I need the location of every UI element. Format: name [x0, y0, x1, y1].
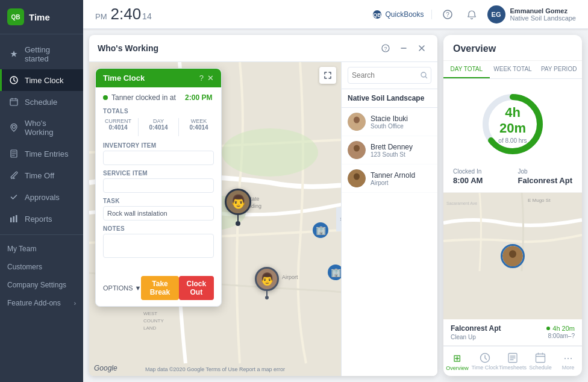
nav-item-schedule[interactable]: Schedule [527, 350, 554, 374]
sidebar-item-time-clock[interactable]: Time Clock [0, 69, 83, 91]
minimize-action[interactable] [396, 41, 411, 55]
sidebar-item-label: Who's Working [25, 119, 76, 137]
timeclock-nav-label: Time Clock [472, 365, 499, 371]
schedule-nav-label: Schedule [529, 365, 552, 371]
minimize-icon [399, 44, 408, 52]
nav-item-overview[interactable]: ⊞ Overview [443, 350, 471, 374]
svg-point-32 [421, 72, 426, 77]
stacie-avatar-img [348, 113, 366, 131]
sidebar-item-getting-started[interactable]: Getting started [0, 39, 83, 69]
sidebar-item-reports[interactable]: Reports [0, 208, 83, 230]
sidebar-item-whos-working[interactable]: Who's Working [0, 113, 83, 143]
overview-nav-label: Overview [446, 365, 469, 371]
employees-search-input[interactable] [348, 67, 431, 84]
question-icon: ? [381, 44, 390, 52]
employee-item-tanner[interactable]: Tanner Arnold Airport [342, 164, 437, 193]
sidebar-item-time-entries[interactable]: Time Entries [0, 143, 83, 164]
chart-text: 4h 20m of 8.00 hrs [496, 105, 530, 144]
tab-day-total[interactable]: DAY TOTAL [443, 61, 490, 78]
reports-icon [9, 214, 19, 224]
svg-point-48 [509, 250, 516, 258]
quickbooks-link[interactable]: QB QuickBooks [372, 10, 432, 19]
take-break-button[interactable]: Take Break [141, 276, 178, 300]
bell-icon [467, 10, 477, 19]
tab-week-total[interactable]: WEEK TOTAL [490, 61, 536, 78]
sidebar-item-schedule[interactable]: Schedule [0, 91, 83, 113]
task-label: TASK [103, 198, 214, 204]
sidebar-item-customers[interactable]: Customers [0, 258, 83, 276]
notifications-button[interactable] [463, 6, 480, 23]
feature-addons-label: Feature Add-ons [7, 299, 61, 307]
svg-rect-6 [10, 218, 12, 222]
person-pin-tanner[interactable]: 👨 [225, 189, 251, 226]
options-button[interactable]: OPTIONS ▼ [103, 284, 141, 292]
notes-field: NOTES [103, 225, 214, 260]
svg-point-40 [354, 174, 360, 180]
help-button[interactable]: ? [439, 6, 456, 23]
map-pin-2[interactable]: 🏢 [312, 222, 329, 241]
map-pin-3[interactable]: 🏢 [327, 264, 341, 283]
service-input[interactable] [103, 178, 214, 193]
app-logo-icon: QB [7, 8, 24, 25]
tab-pay-period[interactable]: PAY PERIOD [536, 61, 582, 78]
status-dot [103, 95, 108, 100]
employee-item-stacie[interactable]: Stacie Ibuki South Office [342, 108, 437, 136]
timeclock-totals-label: TOTALS [103, 108, 214, 114]
close-action[interactable] [414, 41, 429, 55]
topbar-right: QB QuickBooks ? EG Emmanuel Gomez Native… [372, 5, 577, 23]
expand-map-button[interactable] [319, 67, 336, 84]
service-field: SERVICE ITEM [103, 170, 214, 193]
clock-out-button[interactable]: Clock Out [179, 276, 214, 300]
sidebar-item-approvals[interactable]: Approvals [0, 186, 83, 208]
employee-info-brett: Brett Denney 123 South St [371, 143, 431, 158]
timeclock-status-time: 2:00 PM [185, 93, 212, 102]
help-action[interactable]: ? [378, 41, 393, 55]
sidebar-item-my-team[interactable]: My Team [0, 240, 83, 258]
svg-text:Sacarament Ave: Sacarament Ave [446, 201, 477, 205]
task-field: TASK Rock wall instalation [103, 198, 214, 221]
week-label: WEEK [184, 118, 214, 124]
sidebar-item-company-settings[interactable]: Company Settings [0, 276, 83, 294]
chart-circle: 4h 20m of 8.00 hrs [480, 91, 546, 157]
nav-item-more[interactable]: ··· More [554, 350, 582, 374]
nav-item-timesheets[interactable]: Timesheets [499, 350, 527, 374]
nav-item-timeclock[interactable]: Time Clock [471, 350, 499, 374]
map-view: Hills ridge Ohio State tiol Building Air… [89, 62, 341, 376]
current-time: PM 2:40 14 [95, 5, 152, 23]
timeclock-day: DAY 0:4014 [143, 118, 174, 136]
svg-text:E Mugo St: E Mugo St [528, 198, 551, 203]
chevron-right-icon: › [74, 300, 76, 307]
time-seconds: 14 [142, 11, 152, 21]
overview-person-face [502, 246, 523, 266]
location-hours: 8:00am–? [548, 333, 575, 340]
current-label: CURRENT [103, 118, 133, 124]
more-nav-icon: ··· [564, 352, 573, 363]
sidebar-item-time-off[interactable]: Time Off [0, 164, 83, 186]
user-menu[interactable]: EG Emmanuel Gomez Native Soil Landscape [487, 5, 576, 23]
timeclock-close-button[interactable]: ✕ [207, 74, 214, 83]
employee-avatar-brett [348, 141, 366, 159]
timeclock-body: Tanner clocked in at 2:00 PM TOTALS CURR… [96, 87, 221, 271]
notes-input[interactable] [103, 234, 214, 258]
plane-icon [9, 171, 19, 180]
sidebar-item-feature-add-ons[interactable]: Feature Add-ons › [0, 294, 83, 312]
employee-item-brett[interactable]: Brett Denney 123 South St [342, 136, 437, 164]
svg-point-49 [507, 258, 519, 268]
sidebar-item-label: Reports [25, 214, 52, 224]
employee-name-stacie: Stacie Ibuki [371, 114, 431, 123]
collapse-panel-button[interactable]: › [336, 207, 341, 231]
job-label: Job [518, 168, 572, 175]
clocked-in-label: Clocked In [453, 168, 483, 175]
person-pin-airport[interactable]: 👨 [255, 267, 279, 299]
building-pin-icon-2: 🏢 [312, 222, 329, 239]
whos-working-title: Who's Working [98, 43, 158, 53]
overview-clocked-in: Clocked In 8:00 AM [453, 168, 483, 185]
chart-time: 4h 20m [496, 105, 530, 136]
task-value[interactable]: Rock wall instalation [103, 206, 214, 221]
google-text: Google [94, 364, 117, 372]
svg-rect-52 [536, 354, 545, 363]
inventory-input[interactable] [103, 151, 214, 165]
clock-icon [9, 75, 19, 85]
overview-map: E Mugo St Sacarament Ave [443, 193, 582, 319]
timeclock-help-button[interactable]: ? [199, 74, 204, 83]
